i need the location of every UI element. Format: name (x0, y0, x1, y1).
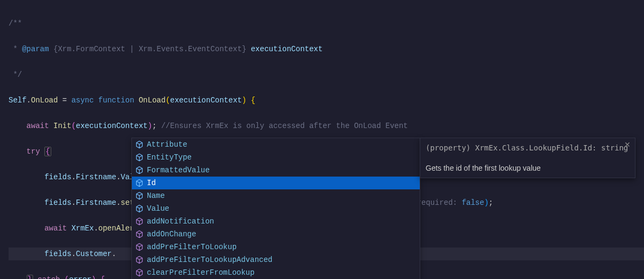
method-icon (135, 268, 144, 277)
suggest-item-formattedvalue[interactable]: FormattedValue (132, 164, 420, 177)
property-icon (135, 166, 144, 174)
property-icon (135, 192, 144, 200)
suggest-item-label: EntityType (147, 153, 192, 162)
suggest-item-clearprefilterfromlookup[interactable]: clearPreFilterFromLookup (132, 266, 420, 279)
doc-signature: (property) XrmEx.Class.LookupField.Id: s… (426, 142, 630, 153)
jsdoc-open: /** (9, 19, 22, 28)
intellisense-doc: ✕ (property) XrmEx.Class.LookupField.Id:… (420, 138, 635, 178)
property-icon (135, 204, 144, 213)
suggest-item-addprefiltertolookup[interactable]: addPreFilterToLookup (132, 241, 420, 253)
suggest-item-label: addNotification (147, 217, 214, 226)
suggest-item-addprefiltertolookupadvanced[interactable]: addPreFilterToLookupAdvanced (132, 253, 420, 266)
suggest-item-id[interactable]: Id (132, 177, 420, 189)
doc-description: Gets the id of the first lookup value (426, 163, 630, 173)
suggest-item-label: addOnChange (147, 230, 196, 238)
suggest-item-label: Value (147, 204, 169, 213)
suggest-item-label: FormattedValue (147, 166, 210, 174)
intellisense-popup[interactable]: AttributeEntityTypeFormattedValueIdNameV… (131, 138, 420, 279)
suggest-item-name[interactable]: Name (132, 189, 420, 202)
method-icon (135, 243, 144, 251)
suggest-item-entitytype[interactable]: EntityType (132, 151, 420, 164)
suggest-item-attribute[interactable]: Attribute (132, 138, 420, 151)
close-icon[interactable]: ✕ (624, 140, 631, 149)
property-icon (135, 140, 144, 149)
suggest-item-label: Id (147, 179, 156, 187)
method-icon (135, 230, 144, 238)
method-icon (135, 256, 144, 264)
suggest-item-addonchange[interactable]: addOnChange (132, 228, 420, 241)
suggest-item-label: addPreFilterToLookup (147, 243, 237, 251)
suggest-item-value[interactable]: Value (132, 202, 420, 215)
method-icon (135, 217, 144, 226)
suggest-item-label: addPreFilterToLookupAdvanced (147, 256, 272, 264)
suggest-item-label: Attribute (147, 140, 187, 149)
property-icon (135, 179, 144, 187)
property-icon (135, 153, 144, 162)
suggest-item-label: clearPreFilterFromLookup (147, 268, 255, 277)
suggest-item-addnotification[interactable]: addNotification (132, 215, 420, 228)
suggest-item-label: Name (147, 192, 165, 200)
